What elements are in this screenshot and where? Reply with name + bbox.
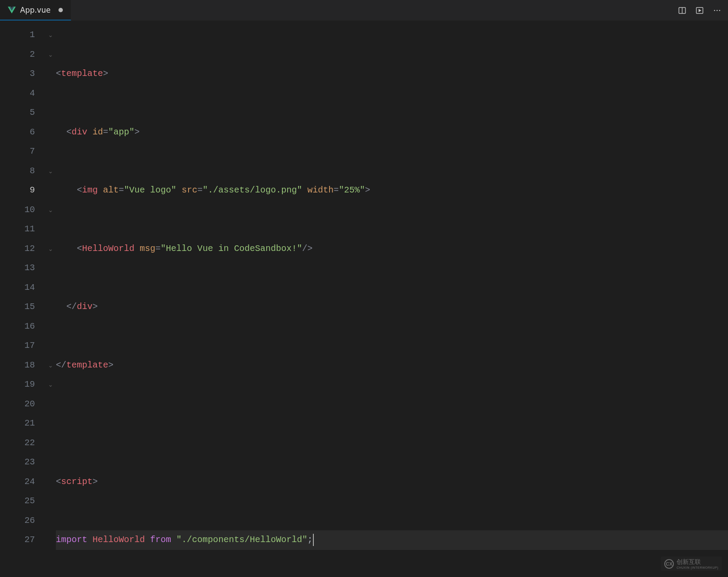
watermark: CX 创新互联 CHUXIN (INTERWORKUP) xyxy=(661,556,722,571)
watermark-logo-icon: CX xyxy=(664,559,674,569)
tab-actions xyxy=(677,6,728,15)
code-line-current: import HelloWorld from "./components/Hel… xyxy=(56,530,728,550)
fold-icon[interactable]: ⌄ xyxy=(48,25,56,45)
text-cursor xyxy=(313,534,314,546)
watermark-subtext: CHUXIN (INTERWORKUP) xyxy=(676,566,718,569)
code-line: <script> xyxy=(56,472,728,492)
svg-point-4 xyxy=(714,10,715,11)
tab-bar: App.vue xyxy=(0,0,728,21)
svg-point-5 xyxy=(717,10,718,11)
fold-gutter: ⌄ ⌄ ⌄ ⌄ ⌄ ⌄ ⌄ xyxy=(48,25,56,577)
svg-marker-3 xyxy=(699,9,701,11)
tabs-container: App.vue xyxy=(0,0,71,21)
line-number-gutter: 1 2 3 4 5 6 7 8 9 10 11 12 13 14 15 16 1… xyxy=(0,25,48,577)
split-editor-icon[interactable] xyxy=(677,6,687,15)
code-line: <img alt="Vue logo" src="./assets/logo.p… xyxy=(56,181,728,200)
code-line: </div> xyxy=(56,297,728,317)
code-line: </template> xyxy=(56,356,728,375)
svg-point-6 xyxy=(719,10,721,11)
fold-icon[interactable]: ⌄ xyxy=(48,200,56,220)
code-line xyxy=(56,414,728,433)
fold-icon[interactable]: ⌄ xyxy=(48,45,56,65)
fold-icon[interactable]: ⌄ xyxy=(48,239,56,259)
fold-icon[interactable]: ⌄ xyxy=(48,161,56,181)
dirty-indicator-icon xyxy=(58,8,63,12)
watermark-text: 创新互联 xyxy=(676,558,718,566)
tab-label: App.vue xyxy=(20,6,51,14)
tab-app-vue[interactable]: App.vue xyxy=(0,0,71,21)
code-line: <template> xyxy=(56,64,728,84)
fold-icon[interactable]: ⌄ xyxy=(48,356,56,375)
code-area[interactable]: <template> <div id="app"> <img alt="Vue … xyxy=(56,25,728,577)
fold-icon[interactable]: ⌄ xyxy=(48,375,56,395)
vue-icon xyxy=(8,6,16,14)
preview-icon[interactable] xyxy=(695,6,704,15)
editor[interactable]: 1 2 3 4 5 6 7 8 9 10 11 12 13 14 15 16 1… xyxy=(0,21,728,577)
more-icon[interactable] xyxy=(712,6,722,15)
code-line: <HelloWorld msg="Hello Vue in CodeSandbo… xyxy=(56,239,728,259)
code-line: <div id="app"> xyxy=(56,123,728,142)
